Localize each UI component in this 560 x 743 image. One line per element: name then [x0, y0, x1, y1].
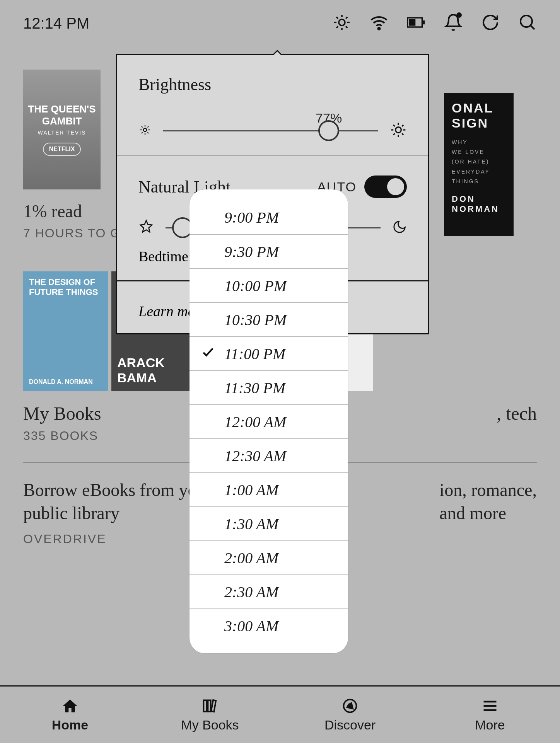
status-icons: [333, 13, 537, 33]
sync-icon[interactable]: [481, 13, 500, 33]
svg-rect-11: [423, 20, 425, 24]
mybooks-count: 335 BOOKS: [23, 429, 101, 443]
sun-outline-icon: [138, 219, 154, 236]
svg-rect-15: [204, 700, 207, 711]
svg-line-30: [142, 132, 143, 133]
time-option[interactable]: 11:30 PM: [190, 370, 348, 404]
nav-more-label: More: [475, 717, 505, 733]
svg-point-13: [521, 15, 532, 27]
status-bar: 12:14 PM: [0, 0, 560, 46]
bedtime-picker: 9:00 PM9:30 PM10:00 PM10:30 PM11:00 PM11…: [190, 189, 348, 653]
time-option-label: 9:00 PM: [224, 208, 279, 227]
svg-line-5: [336, 17, 338, 19]
time-option-label: 12:00 AM: [224, 413, 286, 431]
svg-line-38: [402, 133, 403, 135]
check-icon: [201, 345, 215, 363]
time-option[interactable]: 10:00 PM: [190, 268, 348, 302]
promo-right: ion, romance, and more: [439, 479, 537, 546]
sun-large-icon: [390, 121, 407, 140]
time-option-label: 11:00 PM: [224, 345, 285, 363]
time-option[interactable]: 12:30 AM: [190, 438, 348, 472]
battery-icon[interactable]: [407, 13, 425, 33]
time-option[interactable]: 2:30 AM: [190, 574, 348, 608]
mybooks-title[interactable]: My Books: [23, 403, 101, 424]
svg-line-8: [346, 17, 347, 19]
svg-rect-16: [208, 700, 211, 711]
nav-mybooks[interactable]: My Books: [140, 687, 280, 743]
time-option[interactable]: 3:00 AM: [190, 608, 348, 642]
sun-small-icon: [138, 123, 152, 138]
nav-home-label: Home: [52, 717, 88, 733]
clock: 12:14 PM: [23, 15, 89, 32]
time-option-label: 2:00 AM: [224, 549, 278, 567]
promo-source: OVERDRIVE: [23, 532, 212, 546]
svg-line-28: [142, 126, 143, 128]
time-list: 9:00 PM9:30 PM10:00 PM10:30 PM11:00 PM11…: [190, 200, 348, 642]
time-option[interactable]: 2:00 AM: [190, 540, 348, 574]
svg-marker-41: [140, 220, 152, 232]
right-section-label: , tech: [497, 403, 537, 424]
time-option[interactable]: 1:00 AM: [190, 472, 348, 506]
wifi-icon[interactable]: [370, 13, 388, 33]
auto-toggle[interactable]: [364, 176, 407, 198]
time-option[interactable]: 9:30 PM: [190, 234, 348, 268]
time-option[interactable]: 10:30 PM: [190, 302, 348, 336]
svg-line-31: [147, 126, 149, 128]
svg-line-14: [531, 26, 534, 29]
time-option-label: 9:30 PM: [224, 243, 279, 261]
nav-discover[interactable]: Discover: [280, 687, 420, 743]
brightness-track[interactable]: 77%: [163, 130, 378, 131]
search-icon[interactable]: [518, 13, 537, 33]
svg-line-40: [402, 125, 403, 126]
svg-point-23: [143, 128, 147, 132]
svg-rect-12: [409, 19, 415, 26]
current-book-cover[interactable]: THE QUEEN'S GAMBIT WALTER TEVIS NETFLIX: [23, 70, 101, 189]
nav-mybooks-label: My Books: [181, 717, 239, 733]
nav-discover-label: Discover: [324, 717, 376, 733]
time-option-label: 10:00 PM: [224, 277, 287, 295]
brightness-slider[interactable]: 77%: [138, 121, 407, 140]
book-cover[interactable]: THE DESIGN OF FUTURE THINGS DONALD A. NO…: [23, 271, 108, 391]
svg-rect-17: [211, 700, 216, 711]
side-book-cover[interactable]: ONAL SIGN WHY WE LOVE (OR HATE) EVERYDAY…: [444, 93, 514, 236]
brightness-icon[interactable]: [333, 13, 351, 33]
time-option[interactable]: 1:30 AM: [190, 506, 348, 540]
time-option-label: 1:00 AM: [224, 481, 278, 499]
time-option-label: 2:30 AM: [224, 583, 278, 601]
svg-line-37: [393, 125, 395, 126]
brightness-thumb[interactable]: [318, 120, 339, 141]
svg-line-7: [336, 26, 338, 28]
svg-point-9: [378, 27, 380, 29]
moon-icon: [392, 220, 407, 236]
svg-line-29: [147, 132, 149, 133]
svg-point-0: [339, 19, 345, 26]
svg-line-39: [393, 133, 395, 135]
time-option-label: 10:30 PM: [224, 311, 287, 329]
time-option-label: 3:00 AM: [224, 617, 278, 635]
time-option-label: 11:30 PM: [224, 379, 285, 397]
time-option[interactable]: 11:00 PM: [190, 336, 348, 370]
bell-icon[interactable]: [444, 13, 463, 33]
nav-more[interactable]: More: [420, 687, 560, 743]
time-option[interactable]: 12:00 AM: [190, 404, 348, 438]
brightness-title: Brightness: [138, 75, 407, 94]
svg-marker-19: [347, 703, 353, 709]
nav-home[interactable]: Home: [0, 687, 140, 743]
promo-text[interactable]: Borrow eBooks from your public library: [23, 479, 212, 525]
time-option-label: 1:30 AM: [224, 515, 278, 533]
svg-point-32: [396, 127, 401, 133]
time-option-label: 12:30 AM: [224, 447, 286, 465]
bottom-nav: Home My Books Discover More: [0, 685, 560, 743]
time-option[interactable]: 9:00 PM: [190, 200, 348, 234]
svg-line-6: [346, 26, 347, 28]
